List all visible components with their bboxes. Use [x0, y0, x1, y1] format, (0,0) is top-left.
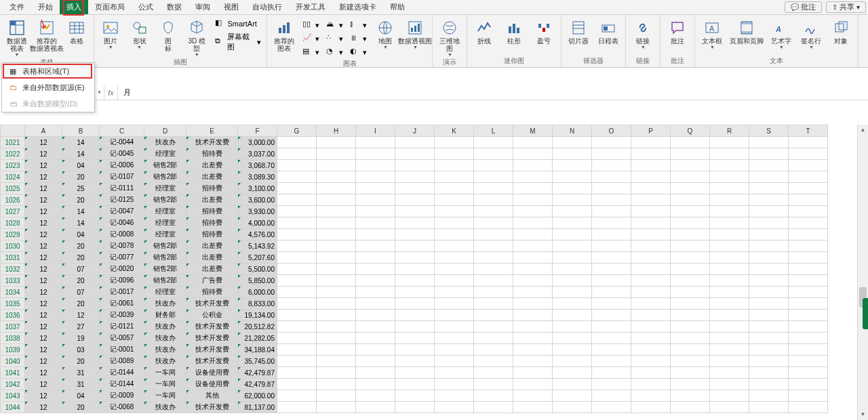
cell[interactable]: 27	[62, 321, 100, 333]
cell[interactable]	[710, 367, 749, 379]
cell[interactable]	[356, 287, 395, 298]
scroll-up-icon[interactable]: ▲	[858, 125, 868, 135]
cell[interactable]	[435, 321, 474, 333]
cell[interactable]	[317, 171, 356, 183]
select-all-corner[interactable]	[1, 125, 25, 137]
cell[interactable]: 12	[25, 379, 62, 390]
cell[interactable]	[513, 367, 553, 379]
cell[interactable]: 12	[25, 287, 62, 298]
cell[interactable]	[513, 137, 553, 148]
cell[interactable]: 经理室	[144, 206, 186, 217]
cell[interactable]	[474, 310, 513, 321]
cell[interactable]	[631, 275, 671, 287]
cell[interactable]	[592, 252, 631, 264]
row-header[interactable]: 1030	[1, 240, 25, 252]
row-header[interactable]: 1038	[1, 333, 25, 344]
cell[interactable]: 销售2部	[144, 171, 186, 183]
row-header[interactable]: 1040	[1, 356, 25, 367]
cell[interactable]	[789, 183, 828, 194]
cell[interactable]	[710, 287, 749, 298]
cell[interactable]	[317, 137, 356, 148]
cell[interactable]	[474, 287, 513, 298]
cell[interactable]: 04	[62, 229, 100, 240]
sparkline-col-button[interactable]: 柱形	[500, 18, 528, 45]
menu-tab-0[interactable]: 文件	[3, 0, 31, 14]
row-header[interactable]: 1028	[1, 217, 25, 229]
cell[interactable]	[474, 137, 513, 148]
cell[interactable]: 04	[62, 390, 100, 402]
cell[interactable]	[277, 310, 317, 321]
cell[interactable]: 记-0044	[100, 137, 144, 148]
cell[interactable]: 经理室	[144, 287, 186, 298]
cell[interactable]	[317, 194, 356, 206]
cell[interactable]: 12	[25, 321, 62, 333]
cell[interactable]: 14	[62, 137, 100, 148]
equation-button[interactable]: π公式▼	[861, 18, 868, 49]
cell[interactable]: 记-0121	[100, 321, 144, 333]
cell[interactable]	[474, 264, 513, 275]
cell[interactable]	[789, 379, 828, 390]
cell[interactable]	[749, 160, 789, 171]
cell[interactable]	[553, 194, 592, 206]
cell[interactable]: 12	[25, 217, 62, 229]
cell[interactable]	[435, 367, 474, 379]
fx-button[interactable]: fx	[104, 85, 118, 100]
cell[interactable]: 记-0047	[100, 206, 144, 217]
cell[interactable]	[317, 367, 356, 379]
col-header-N[interactable]: N	[553, 125, 592, 137]
cell[interactable]	[356, 390, 395, 402]
cell[interactable]	[671, 229, 710, 240]
cell[interactable]: 经理室	[144, 148, 186, 160]
cell[interactable]	[277, 379, 317, 390]
cell[interactable]	[553, 402, 592, 413]
row-header[interactable]: 1042	[1, 379, 25, 390]
comment-button[interactable]: 批注	[663, 18, 692, 45]
cell[interactable]	[710, 252, 749, 264]
cell[interactable]: 12	[25, 310, 62, 321]
cell[interactable]: 12	[25, 183, 62, 194]
cell[interactable]	[356, 275, 395, 287]
cell[interactable]: 出差费	[186, 160, 238, 171]
cell[interactable]	[749, 252, 789, 264]
cell[interactable]	[474, 171, 513, 183]
cell[interactable]	[513, 183, 553, 194]
cell[interactable]	[317, 229, 356, 240]
timeline-button[interactable]: 日程表	[594, 18, 623, 45]
chart-type-col[interactable]: ▯▯▾	[300, 19, 322, 31]
cell[interactable]: 20	[62, 298, 100, 310]
cell[interactable]	[474, 229, 513, 240]
cell[interactable]	[356, 171, 395, 183]
cell[interactable]	[513, 379, 553, 390]
cell[interactable]	[631, 344, 671, 356]
cell[interactable]	[317, 356, 356, 367]
cell[interactable]	[592, 275, 631, 287]
cell[interactable]	[710, 333, 749, 344]
cell[interactable]	[789, 344, 828, 356]
cell[interactable]	[592, 160, 631, 171]
cell[interactable]: 12	[25, 344, 62, 356]
cell[interactable]: 设备使用费	[186, 367, 238, 379]
cell[interactable]: 5,143.92	[238, 240, 277, 252]
cell[interactable]: 出差费	[186, 194, 238, 206]
cell[interactable]: 12	[62, 310, 100, 321]
cell[interactable]	[277, 160, 317, 171]
cell[interactable]	[435, 402, 474, 413]
cell[interactable]	[277, 298, 317, 310]
cell[interactable]	[356, 310, 395, 321]
cell[interactable]	[317, 287, 356, 298]
cell[interactable]: 扶改办	[144, 402, 186, 413]
cell[interactable]: 35,745.00	[238, 356, 277, 367]
shapes-button[interactable]: 形状▼	[125, 18, 153, 49]
header-footer-button[interactable]: 页眉和页脚	[728, 18, 766, 45]
cell[interactable]	[592, 171, 631, 183]
cell[interactable]	[513, 264, 553, 275]
pivot-chart-button[interactable]: 数据透视图▼	[401, 18, 429, 49]
cell[interactable]	[435, 287, 474, 298]
cell[interactable]	[395, 379, 435, 390]
cell[interactable]: 一车间	[144, 379, 186, 390]
cell[interactable]	[749, 367, 789, 379]
cell[interactable]	[710, 160, 749, 171]
cell[interactable]	[553, 367, 592, 379]
cell[interactable]: 记-0046	[100, 217, 144, 229]
cell[interactable]	[710, 206, 749, 217]
